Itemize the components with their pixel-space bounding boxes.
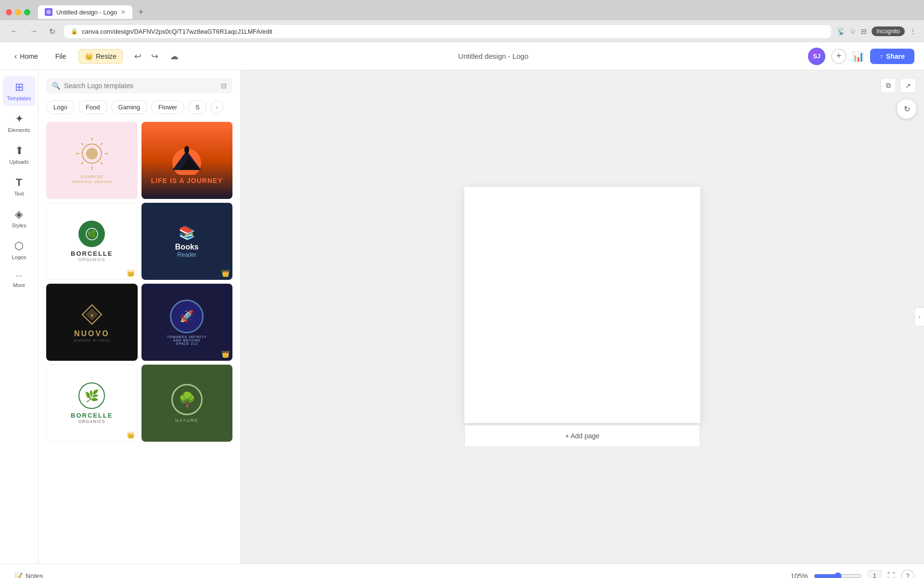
template-card-borcelle[interactable]: 🌿 BORCELLE ORGANICS 👑 xyxy=(46,203,138,280)
search-input[interactable] xyxy=(64,82,217,90)
uploads-icon: ⬆ xyxy=(15,144,24,157)
share-label: Share xyxy=(886,53,905,60)
expand-button[interactable]: ⛶ xyxy=(887,572,895,578)
sidebar-uploads-label: Uploads xyxy=(9,159,28,165)
elements-icon: ✦ xyxy=(15,113,24,125)
canvas-refresh-button[interactable]: ↻ xyxy=(897,99,916,118)
sidebar-item-more[interactable]: ··· More xyxy=(3,267,36,293)
styles-icon: ◈ xyxy=(15,208,23,221)
sidebar-logos-label: Logos xyxy=(12,254,26,260)
text-icon: T xyxy=(16,176,22,189)
sidebar-icon[interactable]: ⊟ xyxy=(861,27,867,35)
space-title: TOWARDS INFINITYAND BEYONDSPACE 212 xyxy=(167,335,207,345)
copy-canvas-button[interactable]: ⧉ xyxy=(881,78,896,93)
help-button[interactable]: ? xyxy=(901,569,914,578)
canvas-area: ⧉ ↗ ↻ + Add page ‹ xyxy=(241,70,924,564)
browser-chrome: Untitled design - Logo ✕ + ← → ↻ 🔒 canva… xyxy=(0,0,924,42)
premium-crown-icon-3: 👑 xyxy=(221,350,230,358)
tab-bar: Untitled design - Logo ✕ + xyxy=(0,0,924,20)
chip-gaming[interactable]: Gaming xyxy=(111,100,148,114)
template-card-space[interactable]: 🚀 TOWARDS INFINITYAND BEYONDSPACE 212 👑 xyxy=(141,284,233,361)
cast-icon[interactable]: 📡 xyxy=(837,27,845,35)
zoom-slider[interactable] xyxy=(814,572,862,578)
home-label: Home xyxy=(20,53,38,60)
svg-line-8 xyxy=(101,162,103,164)
avatar[interactable]: SJ xyxy=(808,48,825,65)
refresh-button[interactable]: ↻ xyxy=(46,25,58,38)
page-indicator[interactable]: 1 xyxy=(868,570,882,578)
close-window-button[interactable] xyxy=(6,9,12,15)
main-layout: ⊞ Templates ✦ Elements ⬆ Uploads T Text … xyxy=(0,70,924,564)
resize-button[interactable]: 👑 Resize xyxy=(78,49,123,64)
save-cloud-button[interactable]: ☁ xyxy=(170,51,179,62)
more-icon[interactable]: ⋮ xyxy=(910,27,916,35)
add-page-button[interactable]: + Add page xyxy=(464,425,700,447)
sidebar-item-uploads[interactable]: ⬆ Uploads xyxy=(3,140,36,170)
premium-crown-icon: 👑 xyxy=(127,269,135,277)
notes-icon: 📝 xyxy=(14,572,23,578)
active-tab[interactable]: Untitled design - Logo ✕ xyxy=(38,5,132,19)
traffic-lights xyxy=(6,9,30,15)
add-button[interactable]: + xyxy=(831,49,847,64)
chip-food[interactable]: Food xyxy=(78,100,107,114)
redo-button[interactable]: ↪ xyxy=(147,49,162,64)
books-sub: Reader xyxy=(178,251,196,258)
template-card-nuovo[interactable]: ♦ NUOVO profumo di lusso xyxy=(46,284,138,361)
sidebar-item-styles[interactable]: ◈ Styles xyxy=(3,203,36,233)
url-text: canva.com/design/DAFNV2ps0cQ/T17wz8eaGT6… xyxy=(82,28,272,35)
forward-button[interactable]: → xyxy=(27,25,40,38)
sidebar-more-label: More xyxy=(13,282,25,288)
svg-point-14 xyxy=(184,146,189,154)
template-card-nature[interactable]: 🌳 NATURE xyxy=(141,365,233,442)
svg-point-2 xyxy=(86,148,98,159)
sidebar: ⊞ Templates ✦ Elements ⬆ Uploads T Text … xyxy=(0,70,38,564)
address-bar: ← → ↻ 🔒 canva.com/design/DAFNV2ps0cQ/T17… xyxy=(0,20,924,42)
file-button[interactable]: File xyxy=(51,50,71,63)
template-card-journey[interactable]: LIFE IS A JOURNEY xyxy=(141,122,233,199)
books-icon: 📚 xyxy=(179,225,195,241)
chip-s[interactable]: S xyxy=(188,100,207,114)
nuovo-sub: profumo di lusso xyxy=(74,338,110,342)
crown-icon: 👑 xyxy=(85,53,93,60)
bottom-bar: 📝 Notes 105% 1 ⛶ ? xyxy=(0,564,924,578)
home-button[interactable]: ‹ Home xyxy=(10,49,43,64)
url-bar[interactable]: 🔒 canva.com/design/DAFNV2ps0cQ/T17wz8eaG… xyxy=(64,25,831,38)
sidebar-item-text[interactable]: T Text xyxy=(3,171,36,201)
sidebar-item-logos[interactable]: ⬡ Logos xyxy=(3,235,36,265)
share-icon: ↑ xyxy=(880,53,883,60)
export-canvas-button[interactable]: ↗ xyxy=(900,78,916,93)
filter-icon[interactable]: ⊟ xyxy=(221,82,227,90)
zoom-level: 105% xyxy=(791,572,808,578)
minimize-window-button[interactable] xyxy=(15,9,21,15)
new-tab-button[interactable]: + xyxy=(134,5,147,19)
svg-point-0 xyxy=(46,10,51,14)
panel-hide-button[interactable]: ‹ xyxy=(914,307,924,327)
sidebar-item-templates[interactable]: ⊞ Templates xyxy=(3,76,36,106)
chip-more-arrow[interactable]: › xyxy=(211,100,223,114)
books-title: Books xyxy=(175,243,199,251)
sidebar-item-elements[interactable]: ✦ Elements xyxy=(3,108,36,138)
template-card-borcelle2[interactable]: 🌿 BORCELLE ORGANICS 👑 xyxy=(46,365,138,442)
analytics-icon[interactable]: 📊 xyxy=(852,51,864,62)
premium-crown-icon-4: 👑 xyxy=(127,431,135,439)
resize-label: Resize xyxy=(96,53,116,60)
template-card-books[interactable]: 📚 Books Reader 👑 xyxy=(141,203,233,280)
notes-label: Notes xyxy=(26,572,43,578)
bookmark-icon[interactable]: ☆ xyxy=(850,27,856,35)
maximize-window-button[interactable] xyxy=(24,9,30,15)
undo-redo-group: ↩ ↪ xyxy=(130,49,162,64)
search-bar[interactable]: 🔍 ⊟ xyxy=(46,78,232,93)
canvas-page[interactable] xyxy=(464,187,700,423)
chip-flower[interactable]: Flower xyxy=(151,100,184,114)
back-button[interactable]: ← xyxy=(8,25,21,38)
borcelle-title: BORCELLE xyxy=(71,250,113,257)
tab-close-button[interactable]: ✕ xyxy=(121,9,126,15)
sidebar-text-label: Text xyxy=(14,191,24,197)
chip-logo[interactable]: Logo xyxy=(46,100,75,114)
undo-button[interactable]: ↩ xyxy=(130,49,145,64)
incognito-badge: Incognito xyxy=(872,26,905,36)
notes-button[interactable]: 📝 Notes xyxy=(10,569,48,578)
share-button[interactable]: ↑ Share xyxy=(870,49,914,64)
filter-chips: Logo Food Gaming Flower S › xyxy=(46,100,232,114)
template-card-sunrise[interactable]: SUNRISEGRAPHIC DESIGN xyxy=(46,122,138,199)
